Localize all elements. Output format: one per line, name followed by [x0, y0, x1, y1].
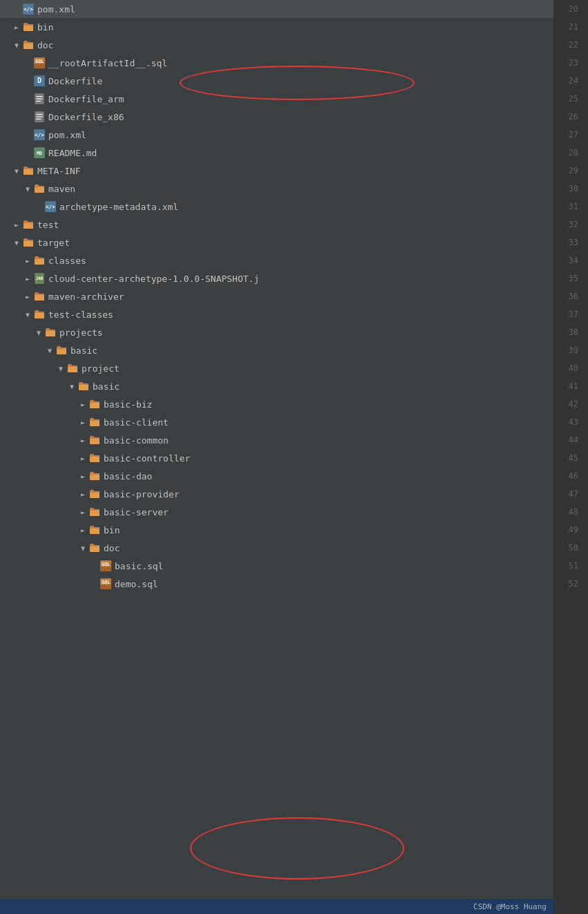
label-basic-folder-2: basic [93, 381, 120, 392]
tree-item-projects-folder[interactable]: projects [0, 323, 553, 341]
tree-item-basic-client[interactable]: basic-client [0, 413, 553, 431]
arrow-meta-inf[interactable] [11, 165, 22, 176]
svg-text:</>: </> [23, 6, 33, 12]
label-target-folder: target [37, 238, 70, 248]
arrow-basic-folder-1[interactable] [44, 345, 55, 356]
label-basic-dao: basic-dao [104, 471, 152, 482]
folder-icon-maven-folder [33, 184, 46, 193]
line-number-37: 37 [554, 305, 582, 323]
tree-item-maven-folder[interactable]: maven [0, 180, 553, 198]
tree-item-basic-sql[interactable]: SQL basic.sql [0, 557, 553, 575]
tree-item-dockerfile[interactable]: D Dockerfile [0, 72, 553, 90]
arrow-cloud-center-jar[interactable] [22, 273, 33, 284]
tree-item-maven-archiver[interactable]: maven-archiver [0, 287, 553, 305]
tree-item-pom-xml-root[interactable]: </> pom.xml [0, 0, 553, 18]
tree-item-doc-inner[interactable]: doc [0, 539, 553, 557]
tree-item-test-folder[interactable]: test [0, 216, 553, 234]
label-bin-folder: bin [37, 22, 53, 32]
arrow-bin-inner[interactable] [77, 524, 88, 535]
tree-item-rootartifactid-sql[interactable]: SQL __rootArtifactId__.sql [0, 54, 553, 72]
annotation-circle-doc-inner [190, 817, 404, 879]
tree-item-cloud-center-jar[interactable]: JAR cloud-center-archetype-1.0.0-SNAPSHO… [0, 269, 553, 287]
tree-item-bin-inner[interactable]: bin [0, 521, 553, 539]
line-number-46: 46 [554, 467, 582, 485]
label-archetype-metadata: archetype-metadata.xml [59, 202, 178, 212]
tree-item-basic-folder-1[interactable]: basic [0, 341, 553, 359]
folder-icon-target-folder [22, 238, 35, 247]
line-number-49: 49 [554, 521, 582, 539]
tree-item-basic-common[interactable]: basic-common [0, 431, 553, 449]
label-meta-inf: META-INF [37, 166, 81, 176]
arrow-project-folder[interactable] [55, 363, 66, 374]
label-dockerfile-x86: Dockerfile_x86 [48, 112, 124, 122]
tree-item-basic-folder-2[interactable]: basic [0, 377, 553, 395]
tree-item-classes-folder[interactable]: classes [0, 251, 553, 269]
arrow-classes-folder[interactable] [22, 255, 33, 266]
tree-item-dockerfile-x86[interactable]: Dockerfile_x86 [0, 108, 553, 126]
arrow-bin-folder[interactable] [11, 21, 22, 32]
arrow-basic-folder-2[interactable] [66, 381, 77, 392]
label-pom-xml-root: pom.xml [37, 4, 75, 15]
line-number-31: 31 [554, 198, 582, 216]
tree-item-basic-controller[interactable]: basic-controller [0, 449, 553, 467]
arrow-maven-folder[interactable] [22, 183, 33, 194]
tree-item-project-folder[interactable]: project [0, 359, 553, 377]
status-bar-label: CSDN @Moss Huang [473, 902, 547, 911]
folder-icon-basic-provider [88, 489, 101, 499]
arrow-target-folder[interactable] [11, 237, 22, 248]
tree-item-pom-xml-doc[interactable]: </> pom.xml [0, 126, 553, 144]
tree-item-demo-sql[interactable]: SQL demo.sql [0, 575, 553, 593]
arrow-test-classes[interactable] [22, 309, 33, 320]
label-basic-client: basic-client [104, 417, 169, 428]
label-projects-folder: projects [59, 327, 103, 338]
folder-icon-test-classes [33, 310, 46, 319]
line-number-29: 29 [554, 162, 582, 180]
arrow-basic-common[interactable] [77, 435, 88, 446]
arrow-basic-client[interactable] [77, 417, 88, 428]
svg-text:SQL: SQL [102, 562, 110, 567]
arrow-projects-folder[interactable] [33, 327, 44, 338]
line-number-40: 40 [554, 359, 582, 377]
xml-icon-archetype-metadata: </> [44, 200, 57, 213]
tree-item-bin-folder[interactable]: bin [0, 18, 553, 36]
label-dockerfile-arm: Dockerfile_arm [48, 94, 124, 104]
tree-item-readme-md[interactable]: MD README.md [0, 144, 553, 162]
line-number-35: 35 [554, 269, 582, 287]
tree-item-test-classes[interactable]: test-classes [0, 305, 553, 323]
tree-item-basic-biz[interactable]: basic-biz [0, 395, 553, 413]
tree-item-archetype-metadata[interactable]: </> archetype-metadata.xml [0, 198, 553, 216]
tree-item-basic-server[interactable]: basic-server [0, 503, 553, 521]
arrow-test-folder[interactable] [11, 219, 22, 230]
arrow-basic-provider[interactable] [77, 488, 88, 499]
label-rootartifactid-sql: __rootArtifactId__.sql [48, 58, 167, 68]
svg-text:D: D [37, 77, 41, 84]
label-test-classes: test-classes [48, 310, 113, 320]
label-readme-md: README.md [48, 148, 97, 158]
arrow-maven-archiver[interactable] [22, 291, 33, 302]
label-doc-inner: doc [104, 543, 120, 553]
arrow-basic-dao[interactable] [77, 470, 88, 482]
arrow-basic-biz[interactable] [77, 399, 88, 410]
line-number-44: 44 [554, 431, 582, 449]
line-number-41: 41 [554, 377, 582, 395]
svg-text:MD: MD [37, 151, 42, 156]
sql-icon-basic-sql: SQL [99, 560, 112, 572]
tree-item-doc-folder[interactable]: doc [0, 36, 553, 54]
tree-item-basic-dao[interactable]: basic-dao [0, 467, 553, 485]
line-number-51: 51 [554, 557, 582, 575]
arrow-basic-server[interactable] [77, 506, 88, 517]
line-number-34: 34 [554, 251, 582, 269]
file-generic-icon-dockerfile-arm [33, 93, 46, 105]
tree-item-basic-provider[interactable]: basic-provider [0, 485, 553, 503]
tree-item-meta-inf[interactable]: META-INF [0, 162, 553, 180]
line-number-48: 48 [554, 503, 582, 521]
label-cloud-center-jar: cloud-center-archetype-1.0.0-SNAPSHOT.j [48, 274, 259, 284]
label-demo-sql: demo.sql [115, 579, 158, 589]
arrow-doc-folder[interactable] [11, 39, 22, 50]
label-basic-controller: basic-controller [104, 453, 190, 464]
tree-item-target-folder[interactable]: target [0, 234, 553, 251]
arrow-basic-controller[interactable] [77, 453, 88, 464]
tree-item-dockerfile-arm[interactable]: Dockerfile_arm [0, 90, 553, 108]
arrow-doc-inner[interactable] [77, 542, 88, 553]
line-number-43: 43 [554, 413, 582, 431]
